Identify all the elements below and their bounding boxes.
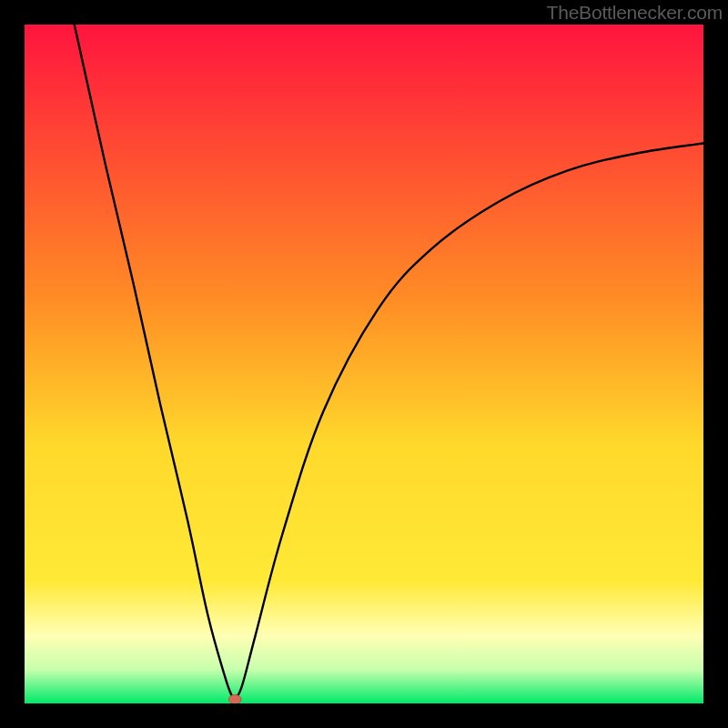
chart-svg <box>25 25 703 703</box>
gradient-background <box>25 25 703 703</box>
optimal-point-marker <box>228 694 241 703</box>
watermark-text: TheBottlenecker.com <box>547 2 723 24</box>
plot-area <box>25 25 703 703</box>
chart-frame: TheBottlenecker.com <box>0 0 728 728</box>
